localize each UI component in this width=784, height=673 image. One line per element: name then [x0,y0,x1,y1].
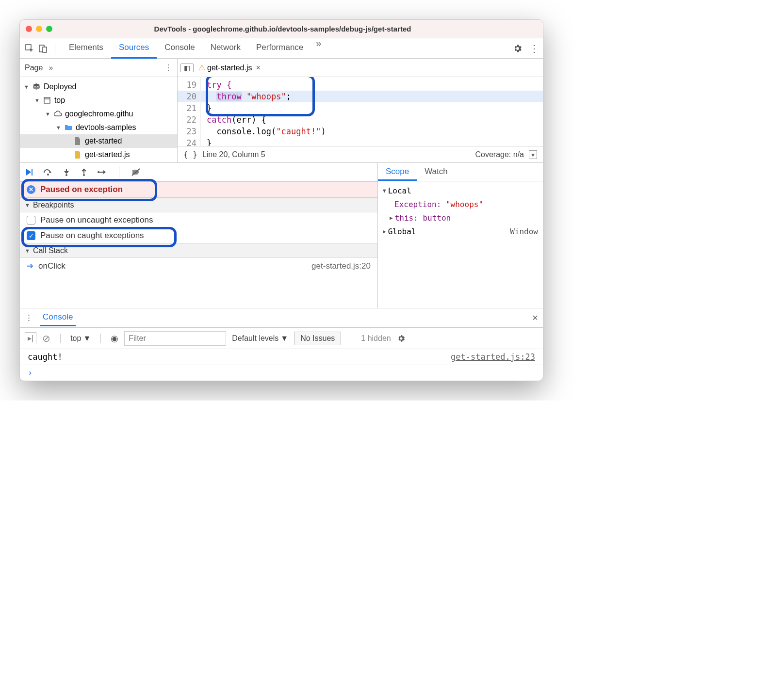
live-expression-icon[interactable]: ◉ [111,333,118,344]
panel-tabs: Elements Sources Console Network Perform… [61,38,511,59]
checkbox-checked[interactable]: ✓ [27,231,35,240]
scope-local[interactable]: ▼ Local [378,184,543,198]
warning-icon: ⚠ [198,63,205,72]
window-titlebar: DevTools - googlechrome.github.io/devtoo… [20,20,543,38]
js-file-icon [73,151,82,159]
log-message: caught! [28,352,63,362]
more-tabs-icon[interactable]: » [311,38,326,59]
inspect-element-icon[interactable] [24,43,35,54]
tab-sources[interactable]: Sources [111,38,157,59]
deployed-icon [32,83,41,91]
log-levels-selector[interactable]: Default levels ▼ [232,334,288,343]
chevron-down-icon: ▼ [25,248,30,254]
bookmark-icon[interactable]: ▾ [529,150,537,159]
svg-rect-5 [32,169,33,176]
chevron-down-icon: ▼ [83,334,91,343]
tab-network[interactable]: Network [203,38,248,59]
chevron-right-icon: ▶ [383,226,386,238]
drawer-header: ⋮ Console × [20,308,543,328]
deactivate-breakpoints-icon[interactable] [131,168,141,176]
svg-point-7 [65,174,67,176]
svg-point-8 [83,174,85,176]
step-into-icon[interactable] [63,168,70,176]
frame-name: onClick [38,261,65,271]
tree-file-js[interactable]: get-started.js [20,148,177,161]
devtools-toolbar: Elements Sources Console Network Perform… [20,38,543,59]
log-source-link[interactable]: get-started.js:23 [451,352,535,362]
context-selector[interactable]: top ▼ [70,334,91,343]
step-over-icon[interactable] [43,168,53,176]
pretty-print-icon[interactable]: { } [183,150,197,159]
info-icon: ✕ [27,185,35,194]
scope-global[interactable]: ▶ Global Window [378,225,543,239]
checkbox-label: Pause on caught exceptions [40,231,144,240]
cloud-icon [53,111,62,117]
scope-pane: Scope Watch ▼ Local Exception: "whoops" … [378,163,543,308]
scope-exception[interactable]: Exception: "whoops" [378,198,543,211]
device-toggle-icon[interactable] [37,43,49,54]
window-title: DevTools - googlechrome.github.io/devtoo… [52,25,537,33]
close-drawer-icon[interactable]: × [532,312,538,323]
console-settings-icon[interactable] [397,334,406,343]
debugger-pane: ✕ Paused on exception ▼ Breakpoints Paus… [20,163,378,308]
tab-console[interactable]: Console [157,38,202,59]
code-content[interactable]: try { throw "whoops"; } catch(err) { con… [201,77,543,146]
cursor-position: Line 20, Column 5 [202,150,265,159]
editor-tab[interactable]: get-started.js [207,64,252,72]
tree-label: get-started [85,137,122,145]
tree-folder[interactable]: ▼ devtools-samples [20,121,177,134]
checkbox-label: Pause on uncaught exceptions [40,215,153,225]
checkbox-unchecked[interactable] [27,216,35,224]
sidebar-menu-icon[interactable]: ⋮ [164,63,172,72]
resume-icon[interactable] [25,168,33,176]
svg-rect-3 [44,97,50,103]
close-tab-icon[interactable]: × [256,64,260,72]
frame-icon [43,97,51,104]
tab-scope[interactable]: Scope [378,163,417,181]
step-out-icon[interactable] [80,168,88,176]
hidden-count[interactable]: 1 hidden [361,334,391,343]
callstack-frame[interactable]: ➔ onClick get-started.js:20 [20,258,377,274]
tree-deployed[interactable]: ▼ Deployed [20,80,177,94]
tree-label: Deployed [44,82,77,91]
pause-uncaught-checkbox-row[interactable]: Pause on uncaught exceptions [20,212,377,228]
frame-location[interactable]: get-started.js:20 [311,261,371,271]
kebab-menu-icon[interactable]: ⋮ [529,43,539,54]
chevron-down-icon: ▼ [280,334,288,343]
tree-domain[interactable]: ▼ googlechrome.githu [20,107,177,121]
issues-button[interactable]: No Issues [294,332,341,345]
maximize-window-button[interactable] [46,26,52,32]
tab-elements[interactable]: Elements [61,38,111,59]
console-log-row[interactable]: caught! get-started.js:23 [20,349,543,365]
settings-icon[interactable] [513,44,523,53]
tab-performance[interactable]: Performance [248,38,311,59]
console-sidebar-toggle-icon[interactable]: ▸| [25,332,36,344]
minimize-window-button[interactable] [36,26,42,32]
scope-this[interactable]: ▶ this: button [378,211,543,225]
drawer-tab-console[interactable]: Console [40,309,76,326]
sidebar-tab-page[interactable]: Page [25,64,43,72]
tree-label: get-started.js [85,150,130,159]
chevron-down-icon: ▼ [24,84,29,90]
line-gutter: 19 20 21 22 23 24 25 [178,77,201,146]
document-icon [73,137,82,145]
clear-console-icon[interactable]: ⊘ [42,333,50,344]
svg-point-9 [98,171,99,173]
callstack-section[interactable]: ▼ Call Stack [20,243,377,258]
console-filter-input[interactable] [124,331,226,346]
console-output: caught! get-started.js:23 › [20,349,543,381]
tree-top[interactable]: ▼ top [20,94,177,107]
show-navigator-icon[interactable]: ◧ [180,64,194,72]
chevron-down-icon: ▼ [34,97,40,103]
drawer-menu-icon[interactable]: ⋮ [25,313,33,323]
pause-caught-checkbox-row[interactable]: ✓ Pause on caught exceptions [20,228,377,243]
sidebar-more-tabs-icon[interactable]: » [49,64,53,72]
breakpoints-section[interactable]: ▼ Breakpoints [20,198,377,212]
tree-file-html[interactable]: get-started [20,134,177,148]
coverage-status: Coverage: n/a [475,150,524,159]
tab-watch[interactable]: Watch [417,163,456,181]
console-prompt[interactable]: › [20,365,543,381]
close-window-button[interactable] [26,26,32,32]
tree-label: top [54,96,65,105]
step-icon[interactable] [98,169,107,176]
